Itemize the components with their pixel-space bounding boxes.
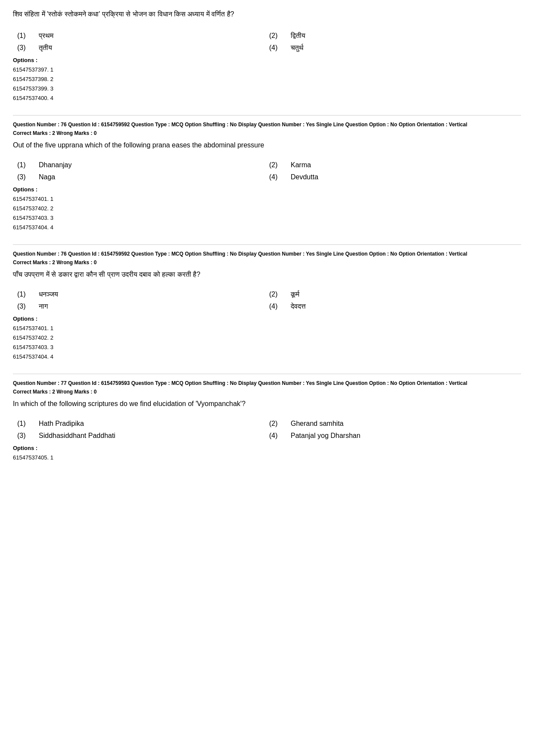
option-num-2-76b: (2) [269, 291, 282, 298]
options-grid-76a: (1) Dhananjay (2) Karma (3) Naga (4) Dev… [13, 161, 521, 181]
option-num-4-77: (4) [269, 432, 282, 440]
option-2-76b: (2) कूर्म [269, 291, 521, 298]
option-2-75: (2) द्वितीय [269, 32, 521, 40]
options-label-75: Options : [13, 57, 521, 63]
question-text-75: शिव संहिता में 'स्तोकं स्तोकमने कधा' प्र… [13, 9, 521, 20]
option-num-2-77: (2) [269, 420, 282, 428]
question-text-76b: पाँच उपप्राण में से डकार द्वारा कौन सी प… [13, 269, 521, 280]
option-text-2-77: Gherand samhita [291, 420, 344, 428]
option-num-2-76a: (2) [269, 161, 282, 169]
option-text-1-76b: धनञ्जय [39, 291, 58, 298]
option-1-76b: (1) धनञ्जय [17, 291, 269, 298]
option-1-77: (1) Hath Pradipika [17, 420, 269, 428]
option-text-1: प्रथम [39, 32, 53, 40]
option-3-76a: (3) Naga [17, 173, 269, 181]
question-text-76a: Out of the five upprana which of the fol… [13, 140, 521, 151]
meta-info-76b: Question Number : 76 Question Id : 61547… [13, 250, 521, 258]
option-4-75: (4) चतुर्थ [269, 44, 521, 52]
options-label-77: Options : [13, 445, 521, 451]
option-text-2: द्वितीय [291, 32, 305, 40]
option-text-3-77: Siddhasiddhant Paddhati [39, 432, 115, 440]
option-2-77: (2) Gherand samhita [269, 420, 521, 428]
options-grid-75: (1) प्रथम (2) द्वितीय (3) तृतीय (4) चतुर… [13, 32, 521, 52]
divider-3 [13, 374, 521, 374]
question-block-75: शिव संहिता में 'स्तोकं स्तोकमने कधा' प्र… [13, 9, 521, 107]
option-num-1: (1) [17, 32, 30, 40]
options-grid-76b: (1) धनञ्जय (2) कूर्म (3) नाग (4) देवदत्त [13, 291, 521, 310]
marks-info-77: Correct Marks : 2 Wrong Marks : 0 [13, 389, 521, 395]
option-text-4-76a: Devdutta [291, 173, 318, 181]
option-4-76b: (4) देवदत्त [269, 303, 521, 310]
option-4-77: (4) Patanjal yog Dharshan [269, 432, 521, 440]
option-num-1-77: (1) [17, 420, 30, 428]
option-num-1-76b: (1) [17, 291, 30, 298]
question-text-77: In which of the following scriptures do … [13, 398, 521, 409]
option-num-4-76b: (4) [269, 303, 282, 310]
marks-info-76a: Correct Marks : 2 Wrong Marks : 0 [13, 130, 521, 136]
divider-2 [13, 244, 521, 245]
option-num-3: (3) [17, 44, 30, 52]
option-num-3-76a: (3) [17, 173, 30, 181]
divider-1 [13, 115, 521, 116]
option-ids-76a: 61547537401. 1 61547537402. 2 6154753740… [13, 194, 521, 232]
option-text-2-76b: कूर्म [291, 291, 299, 298]
question-block-76a: Question Number : 76 Question Id : 61547… [13, 121, 521, 237]
option-2-76a: (2) Karma [269, 161, 521, 169]
option-text-4-76b: देवदत्त [291, 303, 306, 310]
question-block-76b: Question Number : 76 Question Id : 61547… [13, 250, 521, 366]
option-ids-76b: 61547537401. 1 61547537402. 2 6154753740… [13, 324, 521, 362]
options-label-76a: Options : [13, 186, 521, 193]
option-num-4: (4) [269, 44, 282, 52]
option-num-3-77: (3) [17, 432, 30, 440]
option-3-77: (3) Siddhasiddhant Paddhati [17, 432, 269, 440]
options-label-76b: Options : [13, 316, 521, 322]
option-num-2: (2) [269, 32, 282, 40]
option-text-1-77: Hath Pradipika [39, 420, 84, 428]
option-text-1-76a: Dhananjay [39, 161, 72, 169]
option-1-75: (1) प्रथम [17, 32, 269, 40]
option-1-76a: (1) Dhananjay [17, 161, 269, 169]
option-3-76b: (3) नाग [17, 303, 269, 310]
meta-info-76a: Question Number : 76 Question Id : 61547… [13, 121, 521, 128]
option-3-75: (3) तृतीय [17, 44, 269, 52]
option-text-4-77: Patanjal yog Dharshan [291, 432, 360, 440]
option-4-76a: (4) Devdutta [269, 173, 521, 181]
option-text-3-76b: नाग [39, 303, 48, 310]
options-grid-77: (1) Hath Pradipika (2) Gherand samhita (… [13, 420, 521, 440]
option-text-4: चतुर्थ [291, 44, 304, 52]
option-num-4-76a: (4) [269, 173, 282, 181]
meta-info-77: Question Number : 77 Question Id : 61547… [13, 379, 521, 387]
question-block-77: Question Number : 77 Question Id : 61547… [13, 379, 521, 467]
option-text-3-76a: Naga [39, 173, 55, 181]
option-text-2-76a: Karma [291, 161, 311, 169]
option-num-1-76a: (1) [17, 161, 30, 169]
option-text-3: तृतीय [39, 44, 52, 52]
marks-info-76b: Correct Marks : 2 Wrong Marks : 0 [13, 259, 521, 266]
option-ids-77: 61547537405. 1 [13, 453, 521, 462]
option-num-3-76b: (3) [17, 303, 30, 310]
option-ids-75: 61547537397. 1 61547537398. 2 6154753739… [13, 65, 521, 103]
